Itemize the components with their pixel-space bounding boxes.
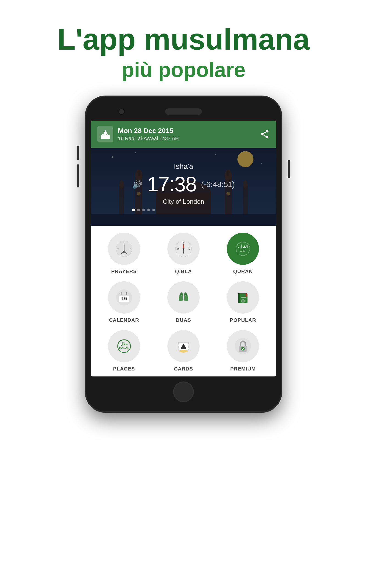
svg-line-65 (186, 293, 186, 295)
calendar-icon-circle: 16 (108, 281, 140, 313)
quran-label: QURAN (233, 268, 253, 275)
phone-mockup: Mon 28 Dec 2015 16 Rabī' al-Awwal 1437 A… (80, 95, 287, 413)
phone-top-bar (91, 104, 276, 121)
share-button[interactable] (260, 129, 270, 139)
front-camera (118, 108, 125, 115)
svg-text:حلال: حلال (120, 342, 128, 346)
svg-rect-26 (119, 184, 124, 216)
duas-icon-circle (167, 281, 200, 313)
menu-item-popular[interactable]: ✦ POPULAR (215, 281, 272, 323)
places-icon: حلال HALAL (115, 337, 133, 355)
power-btn (288, 160, 290, 178)
svg-text:القرآن: القرآن (238, 244, 248, 249)
header-hijri: 16 Rabī' al-Awwal 1437 AH (118, 136, 179, 141)
svg-rect-70 (238, 293, 240, 303)
prayer-panel: Isha'a 🔊 17:38 (-6:48:51) City of London (91, 148, 276, 226)
duas-icon (174, 288, 193, 307)
places-icon-circle: حلال HALAL (108, 330, 140, 362)
menu-item-qibla[interactable]: N S E W QIBLA (155, 233, 212, 275)
svg-line-62 (181, 293, 181, 295)
prayer-time: 17:38 (147, 173, 196, 196)
cards-icon-circle (167, 330, 200, 362)
svg-text:HALAL: HALAL (119, 346, 129, 350)
svg-rect-30 (91, 214, 276, 226)
popular-label: POPULAR (230, 317, 256, 323)
svg-text:W: W (177, 248, 179, 250)
prayer-countdown: (-6:48:51) (201, 180, 235, 189)
phone-body: Mon 28 Dec 2015 16 Rabī' al-Awwal 1437 A… (85, 95, 282, 413)
prayers-label: PRAYERS (111, 268, 137, 275)
prayer-city: City of London (132, 198, 235, 205)
home-button[interactable] (173, 381, 194, 402)
svg-rect-28 (243, 184, 248, 216)
cards-label: CARDS (174, 366, 193, 372)
qibla-icon: N S E W (174, 240, 193, 258)
popular-icon: ✦ (234, 288, 252, 307)
dot-1 (132, 208, 135, 211)
svg-point-14 (112, 156, 113, 157)
qibla-icon-circle: N S E W (167, 233, 200, 265)
prayers-icon-circle (108, 233, 140, 265)
prayers-icon (115, 240, 133, 258)
menu-item-calendar[interactable]: 16 CALENDAR (95, 281, 152, 323)
svg-point-8 (261, 133, 264, 136)
svg-line-10 (263, 135, 266, 137)
mosque-icon-box (97, 126, 113, 142)
menu-item-places[interactable]: حلال HALAL PLACES (95, 330, 152, 372)
calendar-label: CALENDAR (109, 317, 139, 323)
svg-rect-5 (105, 131, 106, 133)
menu-item-quran[interactable]: القرآن الكريم QURAN (215, 233, 272, 275)
svg-point-17 (261, 163, 262, 164)
popular-icon-circle: ✦ (227, 281, 259, 313)
svg-rect-0 (101, 135, 110, 139)
menu-item-prayers[interactable]: PRAYERS (95, 233, 152, 275)
svg-line-67 (184, 293, 185, 295)
svg-point-27 (119, 180, 124, 189)
menu-item-cards[interactable]: CARDS (155, 330, 212, 372)
svg-text:16: 16 (121, 296, 127, 301)
quran-icon: القرآن الكريم (234, 240, 252, 258)
cards-icon (174, 337, 193, 355)
svg-point-29 (243, 180, 248, 189)
svg-line-64 (182, 293, 183, 295)
dot-2 (137, 208, 140, 211)
menu-grid: PRAYERS N S E W (91, 226, 276, 376)
quran-icon-circle: القرآن الكريم (227, 233, 259, 265)
header-left: Mon 28 Dec 2015 16 Rabī' al-Awwal 1437 A… (97, 126, 179, 142)
svg-point-16 (215, 154, 216, 155)
svg-text:E: E (189, 248, 190, 250)
dot-3 (142, 208, 145, 211)
hero-title: L'app musulmana (57, 23, 310, 56)
svg-point-61 (175, 289, 192, 305)
premium-icon (234, 337, 252, 355)
app-header: Mon 28 Dec 2015 16 Rabī' al-Awwal 1437 A… (91, 121, 276, 148)
mosque-icon (100, 128, 111, 140)
header-text: Mon 28 Dec 2015 16 Rabī' al-Awwal 1437 A… (118, 127, 179, 141)
duas-label: DUAS (176, 317, 191, 323)
svg-point-9 (266, 136, 269, 138)
svg-text:الكريم: الكريم (240, 250, 246, 252)
svg-line-11 (263, 132, 266, 133)
premium-label: PREMIUM (230, 366, 256, 372)
places-label: PLACES (113, 366, 135, 372)
menu-item-duas[interactable]: DUAS (155, 281, 212, 323)
qibla-label: QIBLA (175, 268, 192, 275)
svg-marker-6 (105, 130, 106, 131)
phone-screen: Mon 28 Dec 2015 16 Rabī' al-Awwal 1437 A… (91, 121, 276, 376)
hero-section: L'app musulmana più popolare (57, 23, 310, 82)
volume-up-btn (77, 146, 79, 160)
svg-line-66 (185, 293, 186, 295)
pagination-dots (132, 208, 235, 211)
prayer-time-row: 🔊 17:38 (-6:48:51) (132, 173, 235, 196)
header-date: Mon 28 Dec 2015 (118, 127, 179, 135)
power-button (288, 160, 290, 178)
svg-text:✦: ✦ (242, 300, 244, 302)
dot-5 (152, 208, 155, 211)
menu-item-premium[interactable]: PREMIUM (215, 330, 272, 372)
dot-4 (147, 208, 150, 211)
svg-line-63 (181, 293, 182, 295)
prayer-name: Isha'a (132, 162, 235, 171)
svg-point-50 (235, 241, 251, 257)
svg-point-7 (266, 130, 269, 132)
phone-bottom (91, 376, 276, 405)
